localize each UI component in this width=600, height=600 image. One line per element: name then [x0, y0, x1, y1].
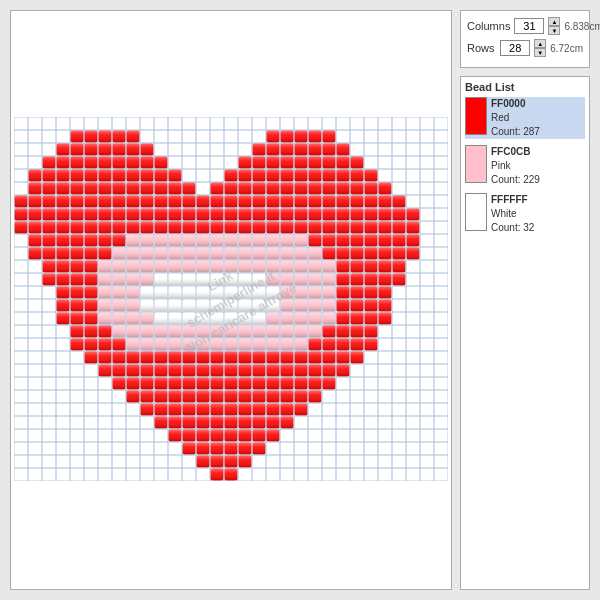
columns-row: Columns ▲ ▼ 6.838cm: [467, 17, 583, 35]
rows-label: Rows: [467, 42, 496, 54]
rows-unit: 6.72cm: [550, 43, 583, 54]
columns-spinner: ▲ ▼: [548, 17, 560, 35]
bead-swatch: [465, 193, 487, 231]
columns-down-btn[interactable]: ▼: [548, 26, 560, 35]
canvas-area: Link schemiperline.it Non caricare altro…: [10, 10, 452, 590]
bead-info: FF0000 Red Count: 287: [491, 97, 540, 139]
bead-item[interactable]: FFFFFF White Count: 32: [465, 193, 585, 235]
columns-unit: 6.838cm: [564, 21, 600, 32]
rows-row: Rows ▲ ▼ 6.72cm: [467, 39, 583, 57]
columns-input[interactable]: [514, 18, 544, 34]
bead-hex: FFFFFF: [491, 193, 534, 207]
bead-name: Red: [491, 111, 540, 125]
rows-spinner: ▲ ▼: [534, 39, 546, 57]
rows-down-btn[interactable]: ▼: [534, 48, 546, 57]
bead-item[interactable]: FF0000 Red Count: 287: [465, 97, 585, 139]
bead-swatch: [465, 145, 487, 183]
bead-info: FFFFFF White Count: 32: [491, 193, 534, 235]
bead-list-panel: Bead List FF0000 Red Count: 287 FFC0CB P…: [460, 76, 590, 590]
rows-input[interactable]: [500, 40, 530, 56]
bead-name: Pink: [491, 159, 540, 173]
settings-box: Columns ▲ ▼ 6.838cm Rows ▲ ▼ 6.72cm: [460, 10, 590, 68]
bead-swatch: [465, 97, 487, 135]
right-panel: Columns ▲ ▼ 6.838cm Rows ▲ ▼ 6.72cm Bea: [460, 10, 590, 590]
bead-list-title: Bead List: [465, 81, 585, 93]
columns-label: Columns: [467, 20, 510, 32]
bead-hex: FFC0CB: [491, 145, 540, 159]
bead-count: Count: 32: [491, 221, 534, 235]
columns-up-btn[interactable]: ▲: [548, 17, 560, 26]
bead-name: White: [491, 207, 534, 221]
rows-up-btn[interactable]: ▲: [534, 39, 546, 48]
grid-container: [14, 117, 448, 483]
bead-hex: FF0000: [491, 97, 540, 111]
bead-count: Count: 287: [491, 125, 540, 139]
bead-item[interactable]: FFC0CB Pink Count: 229: [465, 145, 585, 187]
bead-list-items: FF0000 Red Count: 287 FFC0CB Pink Count:…: [465, 97, 585, 235]
app-container: Link schemiperline.it Non caricare altro…: [0, 0, 600, 600]
bead-info: FFC0CB Pink Count: 229: [491, 145, 540, 187]
bead-count: Count: 229: [491, 173, 540, 187]
